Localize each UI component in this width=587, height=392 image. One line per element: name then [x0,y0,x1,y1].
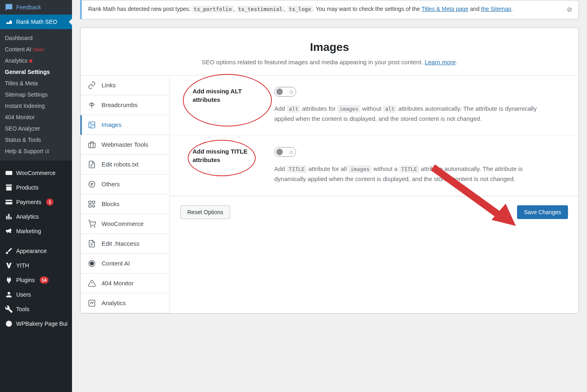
submenu-sitemap[interactable]: Sitemap Settings [0,89,72,100]
alert-triangle-icon [88,279,96,287]
dot-indicator [29,59,32,63]
toggle-alt-attributes[interactable] [274,87,296,97]
titles-meta-link[interactable]: Titles & Meta page [422,6,468,12]
tab-label: Others [102,181,120,188]
speech-bubble-icon [5,3,13,11]
settings-tabs-nav: Links Breadcrumbs Images Webmaster Tools… [81,76,170,313]
setting-label: Add missing ALT attributes [193,87,265,124]
sidebar-item-rankmath[interactable]: Rank Math SEO [0,15,72,29]
new-badge: New! [33,47,44,53]
sidebar-item-payments[interactable]: Payments 1 [0,195,72,209]
sidebar-item-marketing[interactable]: Marketing [0,224,72,238]
reset-options-button[interactable]: Reset Options [180,205,230,219]
tab-label: WooCommerce [102,220,144,227]
trending-up-icon [88,299,96,307]
sidebar-label: Appearance [16,248,47,254]
tab-404-monitor[interactable]: 404 Monitor [81,274,170,293]
setting-alt-attributes: Add missing ALT attributes Add alt attri… [170,76,579,136]
megaphone-icon [5,227,13,235]
brush-icon [5,247,13,255]
tab-breadcrumbs[interactable]: Breadcrumbs [81,95,170,115]
sidebar-item-plugins[interactable]: Plugins 14 [0,273,72,287]
briefcase-icon [88,141,96,149]
bar-chart-icon [5,213,13,221]
setting-label: Add missing TITLE attributes [193,147,265,184]
setting-description: Add TITLE attribute for all images witho… [274,164,556,184]
setting-description: Add alt attributes for images without al… [274,103,556,124]
tab-others[interactable]: Others [81,175,170,194]
blocks-icon [88,200,96,208]
submenu-general-settings[interactable]: General Settings [0,66,72,78]
panel-footer: Reset Options Save Changes [170,196,579,228]
sidebar-item-analytics[interactable]: Analytics [0,209,72,224]
tab-label: Links [102,82,116,89]
tab-links[interactable]: Links [81,76,170,95]
tab-woocommerce[interactable]: WooCommerce [81,214,170,234]
save-changes-button[interactable]: Save Changes [517,205,568,219]
svg-rect-2 [6,201,13,202]
panel-subtitle: SEO options related to featured images a… [89,59,570,65]
file-text-icon [88,240,96,248]
sidebar-item-tools[interactable]: Tools [0,302,72,316]
svg-point-9 [94,226,95,227]
sitemap-link[interactable]: the Sitemap [481,6,511,12]
sidebar-label: Products [16,184,38,191]
cart-icon [88,220,96,228]
archive-icon [5,183,13,192]
submenu-content-ai[interactable]: Content AI New! [0,44,72,55]
submenu-titles-meta[interactable]: Titles & Meta [0,78,72,89]
tab-blocks[interactable]: Blocks [81,194,170,214]
svg-point-5 [90,123,91,124]
woocommerce-icon [5,169,13,177]
svg-rect-0 [6,171,13,175]
toggle-title-attributes[interactable] [274,147,296,157]
tab-label: Edit robots.txt [102,161,139,168]
submenu-analytics[interactable]: Analytics [0,55,72,66]
svg-rect-6 [89,143,95,148]
sidebar-label: YITH [16,262,29,269]
tab-label: Breadcrumbs [102,101,138,108]
tab-images[interactable]: Images [81,115,170,135]
setting-title-attributes: Add missing TITLE attributes Add TITLE a… [170,136,579,196]
sidebar-item-yith[interactable]: YITH [0,258,72,273]
sidebar-label: Plugins [16,277,35,283]
settings-panel: Images SEO options related to featured i… [80,27,579,314]
count-badge: 14 [40,276,49,284]
sidebar-item-woocommerce[interactable]: WooCommerce [0,166,72,180]
link-icon [88,81,96,89]
tab-webmaster[interactable]: Webmaster Tools [81,135,170,155]
learn-more-link[interactable]: Learn more [425,59,456,65]
svg-point-3 [6,321,12,327]
tab-content-ai[interactable]: Content AI [81,254,170,274]
sidebar-item-appearance[interactable]: Appearance [0,244,72,258]
submenu-status-tools[interactable]: Status & Tools [0,134,72,145]
payment-icon [5,198,13,206]
file-icon [88,160,96,169]
sidebar-label: Marketing [16,228,41,234]
submenu-seo-analyzer[interactable]: SEO Analyzer [0,123,72,134]
svg-point-8 [91,226,91,227]
submenu-dashboard[interactable]: Dashboard [0,32,72,44]
sidebar-item-feedback[interactable]: Feedback [0,0,72,15]
notice-close-button[interactable]: ⊘ [567,4,572,15]
signpost-icon [88,101,96,109]
submenu-help-support[interactable]: Help & Support [0,145,72,157]
admin-notice: Rank Math has detected new post types: t… [80,0,579,19]
tab-content: Add missing ALT attributes Add alt attri… [170,76,579,313]
sidebar-item-users[interactable]: Users [0,287,72,302]
sidebar-item-products[interactable]: Products [0,180,72,195]
plug-icon [5,276,13,284]
tab-label: Content AI [102,260,130,267]
tab-label: Analytics [102,299,126,306]
submenu-404-monitor[interactable]: 404 Monitor [0,112,72,123]
person-icon [5,291,13,299]
svg-rect-11 [89,300,95,306]
sidebar-label: Payments [16,199,41,205]
tab-analytics[interactable]: Analytics [81,293,170,313]
tab-label: Webmaster Tools [102,141,148,148]
tab-robots[interactable]: Edit robots.txt [81,155,170,175]
tab-htaccess[interactable]: Edit .htaccess [81,234,170,254]
sidebar-item-wpbakery[interactable]: WPBakery Page Builder [0,316,72,331]
rankmath-submenu: Dashboard Content AI New! Analytics Gene… [0,29,72,160]
submenu-instant-indexing[interactable]: Instant Indexing [0,100,72,112]
